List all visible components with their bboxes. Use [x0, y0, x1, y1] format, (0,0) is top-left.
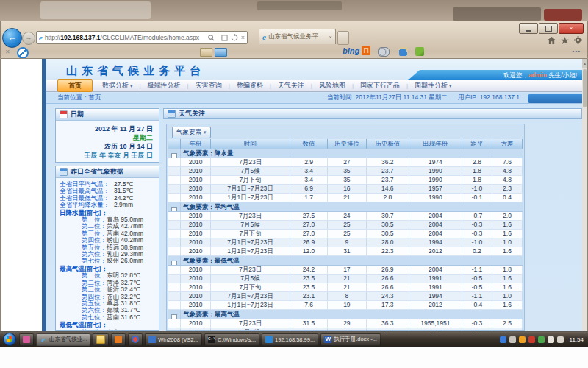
column-header[interactable]: 历史排位 — [328, 139, 367, 149]
tools-gear-icon[interactable] — [574, 36, 582, 44]
people-icon[interactable] — [399, 47, 408, 56]
qq-icon[interactable] — [519, 336, 526, 343]
send-icon[interactable] — [215, 48, 227, 57]
table-row: 20107月23日24.21726.92004-1.11.8 — [168, 266, 523, 275]
taskbar-clock[interactable]: 11:54 — [570, 336, 584, 343]
flag-icon[interactable] — [528, 336, 535, 343]
row-lead-cell — [168, 238, 181, 247]
mail-icon[interactable] — [200, 48, 212, 57]
column-header[interactable]: 方差 — [492, 139, 523, 149]
launcher-up-icon[interactable] — [509, 336, 516, 343]
cell: 1.6 — [492, 247, 523, 255]
start-button[interactable] — [3, 333, 16, 346]
nav-item-5[interactable]: 天气关注 — [271, 81, 311, 91]
cell: 24 — [328, 212, 367, 220]
cell: 1月1日~7月23日 — [211, 247, 290, 255]
nav-item-8[interactable]: 周期性分析▾ — [408, 81, 459, 91]
search-icon[interactable] — [208, 35, 215, 41]
weather-panel-title: 昨日全省气象数据 — [71, 167, 123, 177]
taskbar-button-ie[interactable]: e山东省气候业... — [36, 333, 90, 346]
tab-close-icon[interactable]: × — [329, 34, 332, 40]
nav-item-3[interactable]: 灾害查询 — [189, 81, 229, 91]
new-tab-button[interactable] — [337, 31, 349, 45]
column-header[interactable]: 年份 — [181, 139, 210, 149]
close-bar-icon[interactable]: ✕ — [5, 49, 10, 55]
bing-logo[interactable]: bing — [343, 46, 359, 55]
nav-item-6[interactable]: 风险地图 — [312, 81, 352, 91]
group-row[interactable]: 气象要素：平均气温 — [168, 202, 523, 212]
cell: 1月1日~7月23日 — [211, 194, 290, 202]
browser-tab[interactable]: e 山东省气候业务平... × — [259, 29, 336, 44]
taskbar-button-label: 山东省气候业... — [49, 336, 87, 343]
group-checkbox[interactable] — [168, 310, 181, 319]
wallet-icon[interactable] — [378, 47, 390, 57]
column-header[interactable]: 时间 — [211, 139, 290, 149]
row-lead-cell — [168, 319, 181, 328]
overflow-icon[interactable]: ••• — [573, 48, 581, 54]
group-row[interactable]: 气象要素：最高气温 — [168, 310, 523, 319]
compatibility-icon[interactable] — [221, 35, 228, 41]
window-controls: × — [518, 23, 584, 34]
blocked-icon[interactable] — [17, 47, 29, 59]
scrollbar-thumb[interactable] — [583, 69, 587, 107]
network-icon[interactable] — [548, 336, 554, 343]
taskbar-button-cmd[interactable]: C:\C:\Windows\s... — [204, 333, 259, 346]
group-checkbox[interactable] — [168, 202, 181, 211]
site-header: 山东省气候业务平台 欢迎您，admin 先生/小姐! — [46, 59, 583, 80]
maximize-button[interactable] — [539, 23, 558, 34]
taskbar-button-icon-pink[interactable] — [19, 333, 34, 346]
nav-item-4[interactable]: 整编资料 — [230, 81, 270, 91]
cell: 3.4 — [290, 167, 328, 175]
refresh-icon[interactable] — [231, 34, 238, 41]
group-row[interactable]: 气象要素：降水量 — [168, 149, 523, 158]
taskbar-button-icon-folder[interactable] — [93, 333, 109, 346]
address-bar[interactable]: e http://192.168.137.1/GLCCLIMATE/module… — [36, 31, 248, 44]
home-icon[interactable] — [548, 37, 556, 44]
cell: 1.6 — [492, 275, 523, 283]
cell: 2010 — [181, 185, 210, 193]
column-header[interactable]: 距平 — [462, 139, 492, 149]
cell: 26.9 — [367, 266, 409, 274]
bing-box-icon[interactable]: 口 — [362, 46, 370, 55]
taskbar-button-vm[interactable]: Win2008 (VS2... — [145, 333, 202, 346]
cell: 7月5候 — [211, 167, 290, 175]
volume-icon[interactable] — [557, 336, 564, 343]
page-viewport: 山东省气候业务平台 欢迎您，admin 先生/小姐! 首页数据分析▾|极端性分析… — [1, 58, 587, 331]
cell: 7月下旬 — [211, 283, 290, 291]
nav-item-1[interactable]: 数据分析▾ — [96, 81, 140, 91]
cell: 7月23日 — [211, 158, 290, 166]
sync-icon[interactable] — [538, 336, 545, 343]
checkbox-icon — [171, 314, 177, 319]
cell: 0.2 — [462, 247, 492, 255]
taskbar-button-word[interactable]: W执行手册.docx -... — [320, 333, 381, 346]
back-button[interactable]: ← — [2, 28, 22, 48]
cell: 1.0 — [492, 292, 523, 300]
stop-icon[interactable]: × — [241, 34, 245, 41]
group-checkbox[interactable] — [168, 256, 181, 265]
column-header[interactable]: 数值 — [290, 139, 328, 149]
nav-item-0[interactable]: 首页 — [57, 79, 93, 92]
group-checkbox[interactable] — [168, 149, 181, 158]
forward-button[interactable]: → — [22, 32, 35, 45]
ie-icon: e — [40, 336, 47, 343]
taskbar-button-rdp[interactable]: 192.168.58.99... — [262, 333, 318, 346]
cell: 4.8 — [492, 176, 523, 184]
column-header[interactable]: 出现年份 — [409, 139, 462, 149]
taskbar-button-icon-app-media[interactable] — [128, 333, 143, 346]
site-title: 山东省气候业务平台 — [66, 64, 205, 78]
close-button[interactable]: × — [559, 23, 584, 34]
nav-item-2[interactable]: 极端性分析 — [141, 81, 187, 91]
cell: 36.2 — [367, 158, 409, 166]
cell: 2010 — [181, 292, 210, 300]
taskbar-button-icon-app-orange[interactable] — [111, 333, 126, 346]
favorites-star-icon[interactable] — [561, 37, 569, 44]
minimize-button[interactable] — [519, 23, 538, 34]
messenger-icon[interactable] — [500, 336, 506, 343]
vertical-scrollbar[interactable]: ▲ — [582, 59, 587, 331]
nav-item-7[interactable]: 国家下行产品 — [354, 81, 406, 91]
group-row[interactable]: 气象要素：最低气温 — [168, 256, 523, 266]
scroll-up-arrow[interactable]: ▲ — [582, 59, 587, 68]
element-dropdown-button[interactable]: 气象要素 ▾ — [172, 127, 211, 138]
puzzle-icon[interactable] — [415, 47, 424, 56]
column-header[interactable]: 历史极值 — [367, 139, 409, 149]
